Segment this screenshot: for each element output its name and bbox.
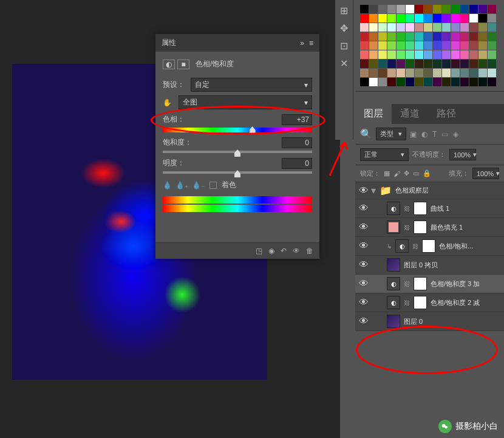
swatch[interactable] (387, 78, 396, 86)
swatch[interactable] (433, 5, 441, 13)
swatch[interactable] (397, 78, 405, 86)
swatch[interactable] (378, 69, 387, 77)
swatch[interactable] (406, 50, 414, 59)
swatch[interactable] (360, 14, 369, 22)
swatch[interactable] (378, 50, 387, 59)
swatch[interactable] (478, 14, 487, 22)
swatch[interactable] (415, 14, 423, 22)
swatch[interactable] (442, 78, 451, 86)
eyedropper-add-icon[interactable]: 💧₊ (175, 181, 188, 190)
swatch[interactable] (378, 5, 387, 13)
tab-layers[interactable]: 图层 (355, 104, 392, 124)
swatch[interactable] (369, 5, 378, 13)
swatch[interactable] (406, 60, 414, 68)
swatch[interactable] (406, 32, 414, 41)
swatch[interactable] (469, 60, 478, 68)
swatch[interactable] (360, 78, 369, 86)
channel-dropdown[interactable]: 全图▾ (179, 95, 312, 109)
swatch[interactable] (478, 32, 487, 41)
visibility-icon[interactable]: 👁 (359, 222, 367, 233)
layer-name[interactable]: 图层 0 (404, 317, 423, 326)
layer-row[interactable]: 👁⛓颜色填充 1 (355, 218, 504, 237)
lock-artboard-icon[interactable]: ▭ (413, 169, 419, 177)
search-icon[interactable]: 🔍 (360, 128, 372, 140)
view-previous-icon[interactable]: ◉ (268, 247, 274, 255)
swatch[interactable] (406, 41, 414, 50)
filter-smart-icon[interactable]: ◈ (453, 130, 458, 139)
swatch[interactable] (442, 32, 451, 41)
tab-paths[interactable]: 路径 (428, 104, 465, 124)
reset-icon[interactable]: ↶ (281, 247, 287, 255)
swatch[interactable] (406, 23, 414, 32)
preset-dropdown[interactable]: 自定▾ (191, 78, 312, 92)
swatch[interactable] (460, 50, 469, 59)
layer-row[interactable]: 👁◐⛓色相/饱和度 2 减 (355, 293, 504, 312)
swatch[interactable] (415, 78, 423, 86)
swatch[interactable] (369, 23, 378, 32)
swatch[interactable] (424, 41, 432, 50)
swatch[interactable] (478, 69, 487, 77)
move-icon[interactable]: ✥ (340, 22, 348, 34)
swatch[interactable] (488, 60, 496, 68)
layer-name[interactable]: 色相观察层 (395, 186, 429, 195)
swatch[interactable] (478, 41, 487, 50)
swatch[interactable] (460, 60, 469, 68)
swatch[interactable] (397, 69, 405, 77)
swatch[interactable] (424, 5, 432, 13)
swatch[interactable] (469, 32, 478, 41)
swatch[interactable] (451, 69, 460, 77)
swatch[interactable] (415, 69, 423, 77)
swatch[interactable] (415, 5, 423, 13)
layer-name[interactable]: 色相/饱和度 2 减 (431, 298, 480, 307)
swatch[interactable] (415, 23, 423, 32)
eyedropper-subtract-icon[interactable]: 💧₋ (192, 181, 205, 190)
colorize-checkbox[interactable] (209, 182, 217, 189)
swatch[interactable] (433, 60, 441, 68)
swatch[interactable] (387, 5, 396, 13)
layer-name[interactable]: 色相/饱和度 3 加 (431, 279, 480, 289)
swatch[interactable] (378, 41, 387, 50)
swatch[interactable] (478, 78, 487, 86)
swatch[interactable] (369, 78, 378, 86)
hue-range-bars[interactable] (163, 196, 312, 212)
swatch[interactable] (387, 60, 396, 68)
swatch[interactable] (415, 50, 423, 59)
filter-adjust-icon[interactable]: ◐ (421, 130, 427, 139)
swatch[interactable] (369, 14, 378, 22)
layer-name[interactable]: 曲线 1 (431, 204, 449, 213)
swatch[interactable] (433, 41, 441, 50)
swatch[interactable] (433, 32, 441, 41)
swatch[interactable] (488, 23, 496, 32)
lock-paint-icon[interactable]: 🖌 (393, 170, 400, 177)
filter-image-icon[interactable]: ▣ (410, 130, 417, 139)
swatch[interactable] (442, 5, 451, 13)
swatch[interactable] (451, 23, 460, 32)
swatch[interactable] (469, 78, 478, 86)
swatch[interactable] (378, 32, 387, 41)
swatch[interactable] (415, 41, 423, 50)
layer-row[interactable]: 👁图层 0 拷贝 (355, 256, 504, 275)
swatch[interactable] (360, 60, 369, 68)
swatch[interactable] (406, 14, 414, 22)
swatch[interactable] (460, 78, 469, 86)
swatch[interactable] (488, 32, 496, 41)
hue-value[interactable]: +37 (282, 114, 312, 125)
lightness-value[interactable]: 0 (282, 158, 312, 169)
filter-type-icon[interactable]: T (432, 130, 437, 139)
swatch[interactable] (360, 69, 369, 77)
swatch[interactable] (442, 50, 451, 59)
swatch[interactable] (360, 50, 369, 59)
layer-name[interactable]: 色相/饱和... (439, 242, 473, 251)
swatch[interactable] (442, 60, 451, 68)
swatch[interactable] (424, 32, 432, 41)
swatch[interactable] (369, 32, 378, 41)
swatch[interactable] (488, 14, 496, 22)
swatch[interactable] (442, 23, 451, 32)
swatch[interactable] (397, 23, 405, 32)
opacity-input[interactable]: 100%▾ (449, 149, 476, 160)
swatch[interactable] (469, 69, 478, 77)
swatch[interactable] (442, 14, 451, 22)
swatch[interactable] (397, 5, 405, 13)
swatch[interactable] (433, 69, 441, 77)
swatch[interactable] (406, 78, 414, 86)
